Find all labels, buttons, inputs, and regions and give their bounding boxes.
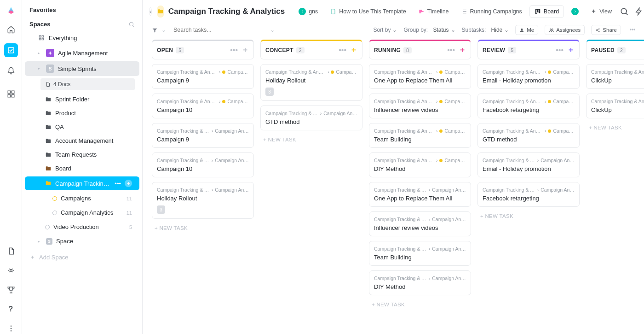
breadcrumb: Campaign Tracking & An...›Campaign Anal.… <box>483 187 575 193</box>
column-more-icon[interactable]: ••• <box>230 46 238 54</box>
task-card[interactable]: Campaign Tracking & Analyti...›Campaig..… <box>152 64 254 89</box>
list-campaign-analytics[interactable]: Campaign Analytics 11 <box>25 206 139 219</box>
column-more-icon[interactable]: ••• <box>556 46 564 54</box>
column-header[interactable]: PAUSED2•••＋ <box>586 40 644 59</box>
tab-how-to[interactable]: How to Use This Template <box>325 6 410 18</box>
goals-icon[interactable] <box>6 284 17 295</box>
list-dot-icon <box>439 100 443 103</box>
tasks-icon[interactable] <box>4 43 18 57</box>
task-card[interactable]: Campaign Tracking & Analyti...›Campaig..… <box>477 123 580 148</box>
folder-add-icon[interactable]: ＋ <box>125 180 132 187</box>
folder-board[interactable]: Board <box>25 162 139 175</box>
column-header[interactable]: REVIEW5•••＋ <box>477 40 580 59</box>
spaces-header[interactable]: Spaces <box>29 21 51 28</box>
docs-icon[interactable] <box>6 246 17 257</box>
tab-prev-nav[interactable]: ‹gns <box>294 5 322 18</box>
task-card[interactable]: Campaign Tracking & Analyti...›Campaig..… <box>369 123 471 148</box>
column-concept: CONCEPT2•••＋Campaign Tracking & Analyti.… <box>260 40 362 144</box>
filter-button[interactable]: ⌄ <box>149 25 169 35</box>
space-simple-sprints[interactable]: ▾ S Simple Sprints <box>25 61 139 76</box>
new-task-button[interactable]: + NEW TASK <box>369 300 471 309</box>
task-card[interactable]: Campaign Tracking & An...ClickUp <box>586 94 644 118</box>
task-title: Influencer review videos <box>374 106 466 113</box>
everything-row[interactable]: Everything <box>25 31 139 45</box>
chevron-down-icon[interactable]: ⌄ <box>270 27 275 33</box>
task-card[interactable]: Campaign Tracking & Analyti...›Campaig..… <box>369 152 471 177</box>
new-task-button[interactable]: + NEW TASK <box>586 123 644 132</box>
column-header[interactable]: CONCEPT2•••＋ <box>260 40 362 59</box>
folder-team-requests[interactable]: Team Requests <box>25 148 139 161</box>
add-view-button[interactable]: ＋View <box>586 5 616 18</box>
task-title: Campaign 9 <box>157 136 249 143</box>
task-card[interactable]: Campaign Tracking & An...›Campaign Anal.… <box>477 152 580 177</box>
share-button[interactable]: Share <box>591 25 621 35</box>
dashboards-icon[interactable] <box>6 88 17 100</box>
favorites-header[interactable]: Favorites <box>22 0 142 14</box>
search-spaces-icon[interactable] <box>128 21 135 28</box>
task-card[interactable]: Campaign Tracking & Analyti...›Campaig..… <box>260 64 362 101</box>
column-name: PAUSED <box>591 47 615 53</box>
task-card[interactable]: Campaign Tracking & An...›Campaign Anal.… <box>369 270 471 295</box>
notifications-icon[interactable] <box>6 65 17 76</box>
task-card[interactable]: Campaign Tracking & An...›Campaign Anal.… <box>152 182 254 219</box>
sort-by-button[interactable]: Sort by⌄ <box>373 27 397 33</box>
folder-more-icon[interactable]: ••• <box>115 180 121 187</box>
task-card[interactable]: Campaign Tracking & Analyti...›Campaig..… <box>477 94 580 118</box>
list-video-production[interactable]: Video Production 5 <box>25 220 139 234</box>
column-header[interactable]: RUNNING8•••＋ <box>369 40 471 59</box>
tab-timeline[interactable]: Timeline <box>414 6 454 18</box>
assignees-button[interactable]: Assignees <box>545 25 585 35</box>
task-card[interactable]: Campaign Tracking & An...›Campaign Anal.… <box>152 123 254 148</box>
task-card[interactable]: Campaign Tracking & An...›Campaign Anal.… <box>369 182 471 207</box>
add-space-button[interactable]: ＋ Add Space <box>22 248 142 266</box>
new-task-button[interactable]: + NEW TASK <box>477 211 580 221</box>
folder-sprint-folder[interactable]: Sprint Folder <box>25 93 139 106</box>
group-by-button[interactable]: Group by: Status⌄ <box>403 27 455 33</box>
home-icon[interactable] <box>6 24 17 35</box>
task-card[interactable]: Campaign Tracking & An...›Campaign Anal.… <box>152 152 254 177</box>
column-more-icon[interactable]: ••• <box>447 46 455 54</box>
docs-row[interactable]: 4 Docs <box>40 78 135 90</box>
task-card[interactable]: Campaign Tracking & Analyti...›Campaig..… <box>152 94 254 118</box>
column-add-icon[interactable]: ＋ <box>242 45 249 55</box>
task-card[interactable]: Campaign Tracking & Ana...ClickUp <box>586 64 644 89</box>
task-card[interactable]: Campaign Tracking & Analyti...›Campaig..… <box>369 64 471 89</box>
search-tasks-input[interactable] <box>173 27 238 33</box>
task-card[interactable]: Campaign Tracking & Analyti...›Campaig..… <box>369 94 471 118</box>
search-button[interactable] <box>619 6 629 17</box>
tab-board[interactable]: Board <box>529 5 564 18</box>
list-campaigns[interactable]: Campaigns 11 <box>25 192 139 205</box>
task-title: Facebook retargeting <box>483 106 575 113</box>
task-card[interactable]: Campaign Tracking & Analyti...›Campaig..… <box>477 64 580 89</box>
automations-icon[interactable] <box>634 6 644 17</box>
column-add-icon[interactable]: ＋ <box>459 45 466 55</box>
task-card[interactable]: Campaign Tracking & An...›Campaign Anal.… <box>369 211 471 236</box>
folder-campaign-tracking[interactable]: Campaign Tracking & Analy... ••• ＋ <box>25 176 139 190</box>
more-options-button[interactable]: ••• <box>627 25 638 35</box>
new-task-button[interactable]: + NEW TASK <box>260 135 362 144</box>
column-add-icon[interactable]: ＋ <box>350 45 357 55</box>
breadcrumb: Campaign Tracking & Analyti...›Campaig..… <box>157 99 249 104</box>
subtasks-button[interactable]: Subtasks: Hide⌄ <box>462 27 509 33</box>
pulse-icon[interactable] <box>6 265 17 276</box>
folder-account-management[interactable]: Account Management <box>25 134 139 147</box>
task-card[interactable]: Campaign Tracking & An...›Campaign Anal.… <box>369 241 471 266</box>
logo-icon[interactable] <box>6 5 17 16</box>
space-agile[interactable]: ▸ ✦ Agile Management <box>25 46 139 60</box>
folder-qa[interactable]: QA <box>25 120 139 134</box>
new-task-button[interactable]: + NEW TASK <box>152 223 254 233</box>
folder-product[interactable]: Product <box>25 106 139 120</box>
collapse-sidebar-button[interactable]: ‹ <box>149 7 152 16</box>
tab-running[interactable]: Running Campaigns <box>456 6 527 18</box>
help-icon[interactable]: ? <box>6 304 17 315</box>
tab-next-nav[interactable]: › <box>567 5 583 18</box>
space-generic[interactable]: ▸ S Space <box>25 234 139 248</box>
svg-rect-12 <box>39 38 41 40</box>
me-button[interactable]: Me <box>515 25 538 35</box>
more-icon[interactable] <box>6 323 17 334</box>
column-header[interactable]: OPEN5•••＋ <box>152 40 254 59</box>
column-more-icon[interactable]: ••• <box>339 46 346 54</box>
task-card[interactable]: Campaign Tracking & An...›Campaign Anal.… <box>260 105 362 130</box>
task-card[interactable]: Campaign Tracking & An...›Campaign Anal.… <box>477 182 580 207</box>
column-add-icon[interactable]: ＋ <box>567 45 575 55</box>
